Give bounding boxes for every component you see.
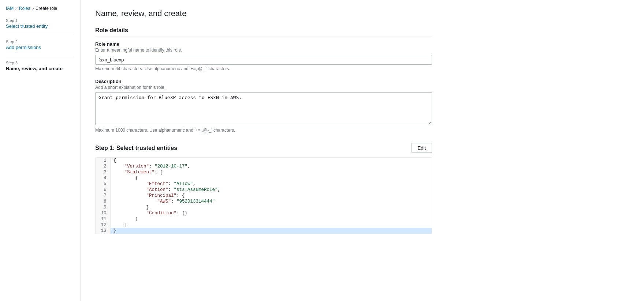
code-row: 13}: [96, 228, 432, 234]
step1-block: Step 1 Select trusted entity: [6, 18, 74, 29]
line-number: 7: [96, 193, 110, 199]
code-row: 3 "Statement": [: [96, 169, 432, 175]
line-content: }: [110, 216, 432, 222]
description-group: Description Add a short explanation for …: [95, 79, 432, 133]
line-number: 4: [96, 175, 110, 181]
code-row: 8 "AWS": "952013314444": [96, 199, 432, 204]
line-content: "Principal": {: [110, 193, 432, 199]
description-hint: Add a short explanation for this role.: [95, 85, 432, 90]
code-row: 10 "Condition": {}: [96, 210, 432, 216]
step3-current: Name, review, and create: [6, 66, 74, 71]
line-content: "Statement": [: [110, 169, 432, 175]
step3-block: Step 3 Name, review, and create: [6, 61, 74, 71]
breadcrumb-sep-2: >: [31, 6, 34, 11]
breadcrumb-roles[interactable]: Roles: [19, 6, 30, 11]
line-content: "Action": "sts:AssumeRole",: [110, 187, 432, 193]
role-details-title: Role details: [95, 27, 432, 37]
line-number: 2: [96, 163, 110, 169]
code-row: 12 ]: [96, 222, 432, 228]
breadcrumb-current: Create role: [36, 6, 57, 11]
line-number: 8: [96, 199, 110, 204]
line-number: 1: [96, 158, 110, 163]
main-content: Name, review, and create Role details Ro…: [81, 0, 447, 301]
breadcrumb: IAM > Roles > Create role: [6, 6, 74, 11]
breadcrumb-iam[interactable]: IAM: [6, 6, 14, 11]
line-content: {: [110, 158, 432, 163]
line-number: 9: [96, 204, 110, 210]
role-name-input[interactable]: [95, 55, 432, 65]
line-number: 6: [96, 187, 110, 193]
step2-block: Step 2 Add permissions: [6, 39, 74, 50]
description-label: Description: [95, 79, 432, 84]
line-content: "Condition": {}: [110, 210, 432, 216]
step3-label: Step 3: [6, 61, 74, 65]
line-content: },: [110, 204, 432, 210]
code-row: 11 }: [96, 216, 432, 222]
line-content: "AWS": "952013314444": [110, 199, 432, 204]
breadcrumb-sep-1: >: [15, 6, 17, 11]
step2-link[interactable]: Add permissions: [6, 45, 41, 50]
trusted-entities-title: Step 1: Select trusted entities: [95, 145, 177, 151]
line-number: 12: [96, 222, 110, 228]
step1-link[interactable]: Select trusted entity: [6, 23, 48, 29]
code-row: 5 "Effect": "Allow",: [96, 181, 432, 187]
line-number: 11: [96, 216, 110, 222]
step1-label: Step 1: [6, 18, 74, 23]
trusted-entities-header: Step 1: Select trusted entities Edit: [95, 143, 432, 153]
sidebar: IAM > Roles > Create role Step 1 Select …: [0, 0, 81, 301]
step2-label: Step 2: [6, 39, 74, 44]
code-row: 2 "Version": "2012-10-17",: [96, 163, 432, 169]
line-content: }: [110, 228, 432, 234]
line-content: "Effect": "Allow",: [110, 181, 432, 187]
step2-divider: [6, 56, 74, 56]
line-content: "Version": "2012-10-17",: [110, 163, 432, 169]
code-row: 9 },: [96, 204, 432, 210]
role-name-hint-below: Maximum 64 characters. Use alphanumeric …: [95, 66, 432, 71]
line-number: 13: [96, 228, 110, 234]
line-content: ]: [110, 222, 432, 228]
code-row: 7 "Principal": {: [96, 193, 432, 199]
description-hint-below: Maximum 1000 characters. Use alphanumeri…: [95, 128, 432, 133]
code-editor: 1{2 "Version": "2012-10-17",3 "Statement…: [95, 157, 432, 234]
description-textarea[interactable]: [95, 92, 432, 125]
role-name-label: Role name: [95, 41, 432, 47]
role-name-hint: Enter a meaningful name to identify this…: [95, 48, 432, 53]
role-name-group: Role name Enter a meaningful name to ide…: [95, 41, 432, 71]
edit-button[interactable]: Edit: [412, 143, 432, 153]
step1-divider: [6, 35, 74, 35]
code-lines-container: 1{2 "Version": "2012-10-17",3 "Statement…: [96, 158, 432, 234]
code-row: 6 "Action": "sts:AssumeRole",: [96, 187, 432, 193]
line-number: 3: [96, 169, 110, 175]
code-row: 1{: [96, 158, 432, 163]
code-row: 4 {: [96, 175, 432, 181]
line-content: {: [110, 175, 432, 181]
line-number: 5: [96, 181, 110, 187]
page-title: Name, review, and create: [95, 9, 432, 18]
line-number: 10: [96, 210, 110, 216]
